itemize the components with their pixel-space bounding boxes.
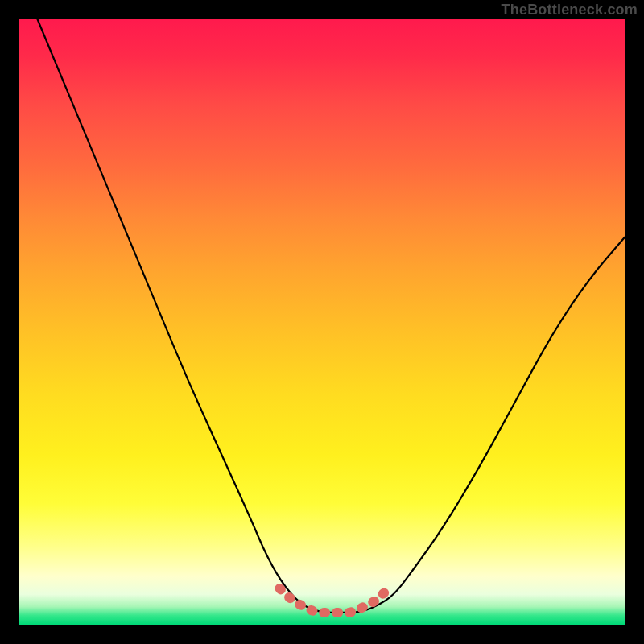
chart-svg (19, 19, 625, 625)
bottleneck-curve (38, 19, 625, 613)
highlight-dots (279, 588, 388, 613)
plot-area (19, 19, 625, 625)
watermark-text: TheBottleneck.com (502, 2, 638, 19)
